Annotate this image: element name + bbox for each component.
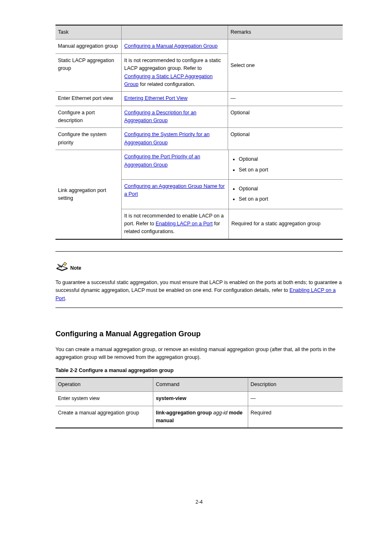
th-remarks: Remarks (228, 25, 343, 39)
config-link[interactable]: Entering Ethernet Port View (124, 95, 187, 101)
cell-remarks: Select one (228, 39, 343, 92)
cell-task: Manual aggregation group (55, 39, 122, 53)
cell-command: link-aggregation group agg-id mode manua… (153, 406, 248, 428)
bullet-item: Optional (239, 155, 339, 163)
cell-remarks: Optional (228, 128, 343, 150)
sub-row: Configuring the Port Priority of an Aggr… (122, 150, 343, 180)
section-heading: Configuring a Manual Aggregation Group (55, 328, 343, 340)
task-table: Task Remarks Manual aggregation group Co… (55, 25, 343, 240)
cell-task: Static LACP aggregation group (55, 53, 122, 92)
note-head: Note (55, 261, 343, 272)
th-blank (122, 25, 228, 39)
sub-row: Configuring an Aggregation Group Name fo… (122, 180, 343, 209)
config-link[interactable]: Enabling LACP on a Port (156, 221, 213, 227)
command-table: Operation Command Description Enter syst… (55, 377, 343, 429)
cell-config: It is not recommended to configure a sta… (122, 53, 228, 92)
table-title-number: Table 2-2 (55, 368, 77, 373)
section-paragraph: You can create a manual aggregation grou… (55, 346, 343, 362)
cell-description: — (248, 392, 343, 406)
cell-config: Configuring an Aggregation Group Name fo… (122, 180, 229, 209)
cell-text: It is not recommended to configure a sta… (124, 58, 221, 71)
note-icon (55, 261, 69, 272)
table-row: Link aggregation port setting Configurin… (55, 150, 343, 239)
config-link[interactable]: Configuring an Aggregation Group Name fo… (124, 183, 225, 197)
sub-row: It is not recommended to enable LACP on … (122, 209, 343, 239)
bullet-item: Optional (239, 185, 339, 193)
cell-operation: Create a manual aggregation group (55, 406, 153, 428)
note-block: Note To guarantee a successful static ag… (55, 251, 343, 308)
config-link[interactable]: Configuring the Port Priority of an Aggr… (124, 154, 200, 167)
cell-task: Configure the system priority (55, 128, 122, 150)
table-row: Configure a port description Configuring… (55, 106, 343, 128)
cell-task: Link aggregation port setting (55, 150, 122, 239)
table-row: Create a manual aggregation group link-a… (55, 406, 343, 428)
cell-text: for related configuration. (138, 81, 195, 87)
cell-operation: Enter system view (55, 392, 153, 406)
cell-config: Configuring the System Priority for an A… (122, 128, 228, 150)
note-label: Note (70, 264, 81, 272)
cell-remarks: Optional (228, 106, 343, 128)
divider (55, 251, 343, 252)
cell-config: Configuring a Manual Aggregation Group (122, 39, 228, 53)
cmd-arg: agg-id (213, 410, 228, 416)
table-row: Enter system view system-view — (55, 392, 343, 406)
th-description: Description (248, 377, 343, 392)
bullet-item: Set on a port (239, 166, 339, 174)
table-title-rest: Configure a manual aggregation group (77, 368, 173, 373)
th-operation: Operation (55, 377, 153, 392)
cell-remarks: Optional Set on a port (229, 150, 343, 179)
cell-config: Configuring the Port Priority of an Aggr… (122, 150, 229, 179)
subrows-container: Configuring the Port Priority of an Aggr… (122, 150, 343, 239)
table-row: Configure the system priority Configurin… (55, 128, 343, 150)
cmd-prefix: link-aggregation group (156, 410, 213, 416)
cell-task: Configure a port description (55, 106, 122, 128)
divider (55, 308, 343, 308)
note-text-after: . (65, 296, 66, 301)
bullet-item: Set on a port (239, 195, 339, 203)
cell-config: Configuring a Description for an Aggrega… (122, 106, 228, 128)
cell-description: Required (248, 406, 343, 428)
cell-config: Entering Ethernet Port View (122, 92, 228, 106)
th-command: Command (153, 377, 248, 392)
config-link[interactable]: Configuring a Description for an Aggrega… (124, 110, 196, 123)
cell-config: It is not recommended to enable LACP on … (122, 209, 229, 239)
cell-command: system-view (153, 392, 248, 406)
cell-remarks: Optional Set on a port (229, 180, 343, 209)
page-number: 2-4 (55, 498, 343, 506)
th-task: Task (55, 25, 122, 39)
note-text: To guarantee a successful static aggrega… (55, 279, 343, 303)
table-row: Manual aggregation group Configuring a M… (55, 39, 343, 53)
cell-remarks: Required for a static aggregation group (229, 209, 343, 239)
table-row: Enter Ethernet port view Entering Ethern… (55, 92, 343, 106)
table-title: Table 2-2 Configure a manual aggregation… (55, 367, 343, 375)
config-link[interactable]: Configuring a Manual Aggregation Group (124, 43, 217, 49)
cell-remarks: — (228, 92, 343, 106)
cell-task: Enter Ethernet port view (55, 92, 122, 106)
config-link[interactable]: Configuring the System Priority for an A… (124, 132, 210, 145)
